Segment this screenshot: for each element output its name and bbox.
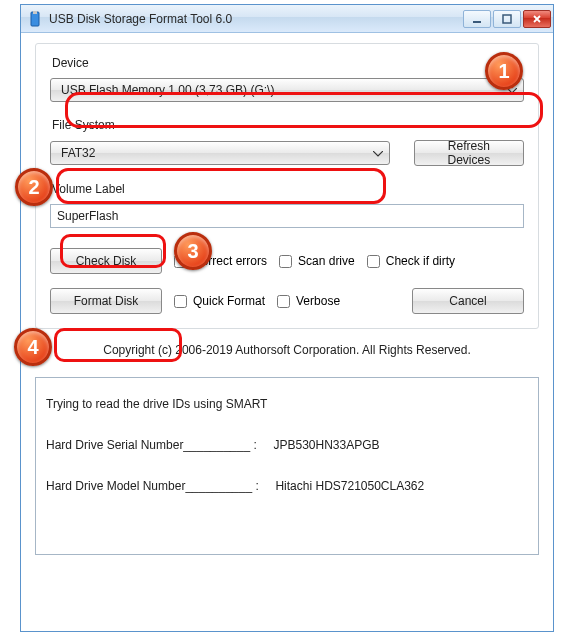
device-selected: USB Flash Memory 1.00 (3,73 GB) (G:\) [61, 83, 274, 97]
device-dropdown[interactable]: USB Flash Memory 1.00 (3,73 GB) (G:\) [50, 78, 524, 102]
content-area: Device USB Flash Memory 1.00 (3,73 GB) (… [21, 33, 553, 377]
correct-errors-checkbox[interactable]: Correct errors [174, 254, 267, 268]
cancel-button[interactable]: Cancel [412, 288, 524, 314]
refresh-devices-button[interactable]: Refresh Devices [414, 140, 524, 166]
check-disk-button[interactable]: Check Disk [50, 248, 162, 274]
device-label: Device [52, 56, 524, 70]
titlebar: USB Disk Storage Format Tool 6.0 [21, 5, 553, 33]
close-button[interactable] [523, 10, 551, 28]
maximize-button[interactable] [493, 10, 521, 28]
filesystem-label: File System [52, 118, 524, 132]
svg-rect-2 [473, 21, 481, 23]
chevron-down-icon [373, 146, 383, 160]
volume-label-label: Volume Label [52, 182, 524, 196]
app-icon [27, 11, 43, 27]
scan-drive-checkbox[interactable]: Scan drive [279, 254, 355, 268]
options-groupbox: Device USB Flash Memory 1.00 (3,73 GB) (… [35, 43, 539, 329]
app-window: USB Disk Storage Format Tool 6.0 Device … [20, 4, 554, 632]
filesystem-dropdown[interactable]: FAT32 [50, 141, 390, 165]
chevron-down-icon [507, 83, 517, 97]
window-title: USB Disk Storage Format Tool 6.0 [49, 12, 463, 26]
check-if-dirty-checkbox[interactable]: Check if dirty [367, 254, 455, 268]
format-disk-button[interactable]: Format Disk [50, 288, 162, 314]
filesystem-selected: FAT32 [61, 146, 95, 160]
log-output: Trying to read the drive IDs using SMART… [35, 377, 539, 555]
quick-format-checkbox[interactable]: Quick Format [174, 294, 265, 308]
svg-rect-1 [33, 11, 37, 14]
log-line: Hard Drive Serial Number__________ : JPB… [46, 437, 528, 454]
volume-label-input[interactable] [50, 204, 524, 228]
minimize-button[interactable] [463, 10, 491, 28]
log-line: Trying to read the drive IDs using SMART [46, 396, 528, 413]
svg-rect-0 [31, 12, 39, 26]
copyright-text: Copyright (c) 2006-2019 Authorsoft Corpo… [35, 343, 539, 357]
svg-rect-3 [503, 15, 511, 23]
verbose-checkbox[interactable]: Verbose [277, 294, 340, 308]
log-line: Hard Drive Model Number__________ : Hita… [46, 478, 528, 495]
